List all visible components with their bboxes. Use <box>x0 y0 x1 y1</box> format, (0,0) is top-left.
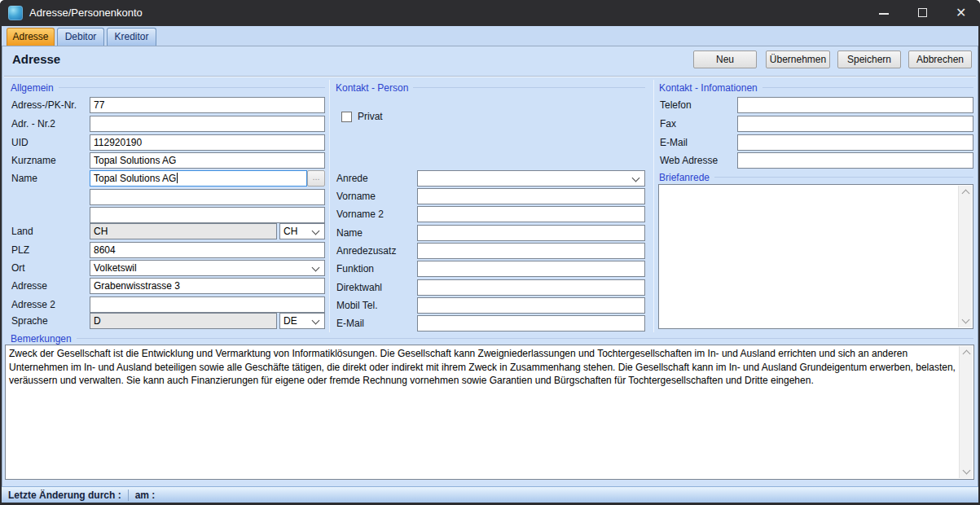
tab-debitor[interactable]: Debitor <box>57 28 104 46</box>
sprache-label: Sprache <box>11 315 48 327</box>
last-change-date-label: am : <box>135 490 156 501</box>
field-row: Adresse <box>11 278 325 294</box>
telefon-label: Telefon <box>660 99 692 111</box>
kurzname-input[interactable] <box>90 152 325 169</box>
vertical-scrollbar[interactable] <box>959 346 973 478</box>
field-row: Adr. - Nr.2 <box>11 116 325 132</box>
bemerkungen-textarea[interactable]: Zweck der Gesellschaft ist die Entwicklu… <box>5 345 974 480</box>
field-row: Adresse 2 <box>11 296 325 313</box>
section-title: Bemerkungen <box>11 333 72 345</box>
anredezusatz-input[interactable] <box>417 243 645 259</box>
field-row: Direktwahl <box>336 279 645 296</box>
person-name-input[interactable] <box>417 225 645 241</box>
scroll-down-icon[interactable] <box>963 467 971 475</box>
fax-label: Fax <box>660 118 676 130</box>
field-row: Mobil Tel. <box>336 297 645 314</box>
adresse2-label: Adresse 2 <box>11 299 55 310</box>
email-input[interactable] <box>737 134 973 151</box>
title-bar: Adresse/Personenkonto ✕ <box>0 0 980 26</box>
field-row: Name Topal Solutions AG ... <box>11 170 325 187</box>
field-row: Ort Volketswil <box>11 260 325 276</box>
app-window: Adresse/Personenkonto ✕ Adresse Debitor … <box>0 0 980 505</box>
direktwahl-input[interactable] <box>417 279 645 296</box>
field-row: Vorname <box>336 188 645 204</box>
allgemein-column: Adress-/PK-Nr. Adr. - Nr.2 UID Kurzname … <box>11 46 325 339</box>
sprache-code-combobox[interactable]: DE <box>279 313 325 329</box>
minimize-icon <box>879 13 889 15</box>
section-rule <box>714 177 973 178</box>
field-row: UID <box>11 134 325 151</box>
scroll-up-icon[interactable] <box>963 350 971 358</box>
scroll-up-icon[interactable] <box>962 190 970 198</box>
field-row: Kurzname <box>11 152 325 169</box>
name-line3-input[interactable] <box>90 207 325 223</box>
chevron-down-icon <box>312 264 320 272</box>
kontakt-person-column: Privat Anrede Vorname Vorname 2 Name Anr… <box>336 46 645 339</box>
web-adresse-input[interactable] <box>737 152 973 169</box>
last-change-by-label: Letzte Änderung durch : <box>8 490 121 501</box>
tab-adresse[interactable]: Adresse <box>7 28 55 46</box>
field-row: Name <box>336 225 645 241</box>
scroll-down-icon[interactable] <box>962 316 970 324</box>
person-email-input[interactable] <box>417 315 645 332</box>
section-header-bemerkungen: Bemerkungen <box>11 332 973 345</box>
adress-pk-nr-input[interactable] <box>90 97 325 113</box>
chevron-down-icon <box>312 317 320 325</box>
field-row: PLZ <box>11 242 325 258</box>
name-input[interactable]: Topal Solutions AG <box>90 170 307 187</box>
kurzname-label: Kurzname <box>11 155 56 166</box>
close-button[interactable]: ✕ <box>950 2 974 24</box>
mobil-tel-label: Mobil Tel. <box>336 300 377 311</box>
vorname-label: Vorname <box>336 191 376 202</box>
field-row: Funktion <box>336 261 645 277</box>
funktion-input[interactable] <box>417 261 645 277</box>
field-row <box>11 189 325 205</box>
adresse-input[interactable] <box>90 278 325 294</box>
section-rule <box>77 338 973 339</box>
briefanrede-textarea[interactable] <box>658 184 973 329</box>
status-bar: Letzte Änderung durch : am : <box>2 486 978 503</box>
field-row: Vorname 2 <box>336 206 645 222</box>
anredezusatz-label: Anredezusatz <box>336 245 396 257</box>
adresse2-input[interactable] <box>90 296 325 313</box>
minimize-button[interactable] <box>872 2 896 24</box>
direktwahl-label: Direktwahl <box>336 282 382 293</box>
adr-nr2-input[interactable] <box>90 116 325 132</box>
telefon-input[interactable] <box>737 97 973 113</box>
ort-label: Ort <box>11 262 25 274</box>
column-divider <box>329 80 330 332</box>
column-divider <box>653 80 654 332</box>
tab-strip: Adresse Debitor Kreditor <box>2 26 978 46</box>
adr-nr2-label: Adr. - Nr.2 <box>11 118 55 130</box>
uid-label: UID <box>11 137 29 148</box>
uid-input[interactable] <box>90 134 325 151</box>
vorname-input[interactable] <box>417 188 645 204</box>
anrede-combobox[interactable] <box>417 170 645 187</box>
person-name-label: Name <box>336 227 363 239</box>
privat-checkbox[interactable] <box>341 112 352 122</box>
field-row: Privat <box>336 111 645 127</box>
mobil-tel-input[interactable] <box>417 297 645 314</box>
field-row: Web Adresse <box>659 152 973 169</box>
name-line2-input[interactable] <box>90 189 325 205</box>
briefanrede-text <box>659 185 958 328</box>
chevron-down-icon <box>312 227 320 235</box>
vertical-scrollbar[interactable] <box>958 186 972 327</box>
funktion-label: Funktion <box>336 263 374 274</box>
vorname2-input[interactable] <box>417 206 645 222</box>
ort-combobox[interactable]: Volketswil <box>90 260 325 276</box>
plz-input[interactable] <box>90 242 325 258</box>
tab-kreditor[interactable]: Kreditor <box>107 28 156 46</box>
chevron-down-icon <box>632 174 640 182</box>
close-icon: ✕ <box>956 6 966 20</box>
vorname2-label: Vorname 2 <box>336 209 384 220</box>
maximize-button[interactable] <box>911 2 935 24</box>
field-row: Anredezusatz <box>336 243 645 259</box>
land-code-combobox[interactable]: CH <box>279 223 325 239</box>
field-row: Anrede <box>336 170 645 187</box>
name-browse-button[interactable]: ... <box>307 170 325 187</box>
fax-input[interactable] <box>737 116 973 132</box>
status-separator <box>128 490 129 501</box>
person-email-label: E-Mail <box>336 318 364 329</box>
adresse-label: Adresse <box>11 280 47 292</box>
